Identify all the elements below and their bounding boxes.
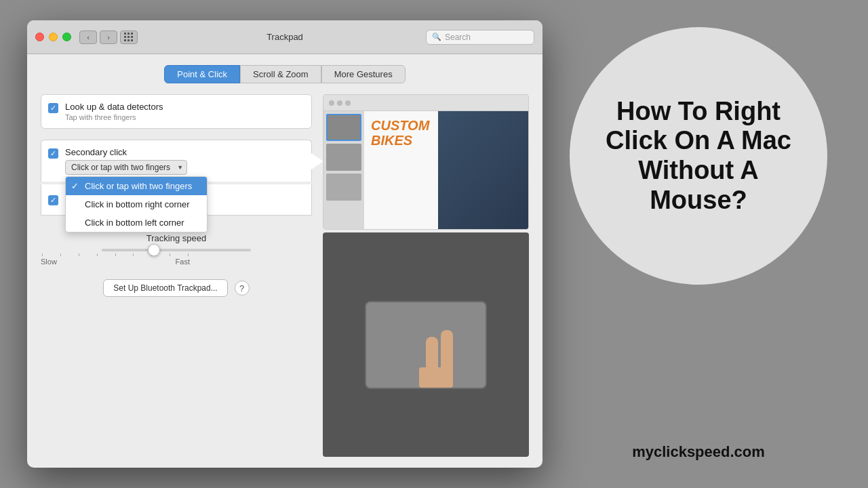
tab-more-gestures[interactable]: More Gestures <box>321 65 406 83</box>
dropdown-current-value: Click or tap with two fingers <box>71 163 170 172</box>
checkmark-icon-2: ✓ <box>50 150 56 157</box>
checkmark-icon: ✓ <box>50 104 56 112</box>
bottom-bar: Set Up Bluetooth Trackpad... ? <box>41 272 312 297</box>
browser-dot-1 <box>329 100 334 106</box>
tick <box>170 253 170 256</box>
back-button[interactable]: ‹ <box>79 30 97 44</box>
website-preview-window: CUSTOMBIKES <box>323 94 529 230</box>
fast-label: Fast <box>176 258 190 266</box>
sidebar-thumb-2 <box>326 144 361 171</box>
website-main: CUSTOMBIKES <box>364 111 528 229</box>
chevron-down-icon: ▼ <box>177 164 183 171</box>
sidebar-thumb-3 <box>326 174 361 201</box>
dropdown-container: Click or tap with two fingers ▼ Click or… <box>65 157 187 175</box>
tick <box>79 253 79 256</box>
help-button[interactable]: ? <box>235 281 250 296</box>
brand-text: CUSTOMBIKES <box>371 118 429 148</box>
search-placeholder: Search <box>445 33 471 42</box>
bluetooth-button[interactable]: Set Up Bluetooth Trackpad... <box>103 279 227 297</box>
palm <box>419 367 453 388</box>
speed-slider-track[interactable] <box>102 249 251 251</box>
tick <box>115 253 116 256</box>
tap-checkbox[interactable]: ✓ <box>48 195 58 205</box>
grid-icon <box>124 33 134 42</box>
nav-buttons: ‹ › <box>79 30 117 44</box>
browser-bar <box>323 95 528 111</box>
close-button[interactable] <box>35 33 44 41</box>
tab-point-click[interactable]: Point & Click <box>164 65 240 83</box>
mac-window: ‹ › Trackpad 🔍 Search Point & Click <box>27 20 542 468</box>
tick <box>133 253 134 256</box>
window-title: Trackpad <box>267 32 303 42</box>
maximize-button[interactable] <box>62 33 71 41</box>
search-bar[interactable]: 🔍 Search <box>426 30 534 45</box>
secondary-click-label: Secondary click <box>65 147 187 157</box>
preview-area: CUSTOMBIKES <box>323 94 529 457</box>
circle-container: How To Right Click On A Mac Without A Mo… <box>570 27 827 285</box>
article-domain: myclickspeed.com <box>632 443 765 461</box>
browser-dot-3 <box>345 100 351 106</box>
lookup-label: Look up & data detectors <box>65 102 163 112</box>
tick <box>97 253 98 256</box>
slider-labels: Slow Fast <box>41 258 190 266</box>
tracking-speed-section: Tracking speed <box>41 226 312 272</box>
dropdown-item-bottom-right[interactable]: Click in bottom right corner <box>66 195 207 214</box>
lookup-sublabel: Tap with three fingers <box>65 113 163 121</box>
tick <box>188 253 189 256</box>
website-preview: CUSTOMBIKES <box>323 95 528 229</box>
checkmark-icon-3: ✓ <box>50 197 56 204</box>
tick <box>42 253 43 256</box>
secondary-click-dropdown[interactable]: Click or tap with two fingers ▼ <box>65 160 187 175</box>
trackpad-area <box>323 232 529 457</box>
minimize-button[interactable] <box>49 33 58 41</box>
settings-left: ✓ Look up & data detectors Tap with thre… <box>41 94 312 457</box>
traffic-lights <box>35 33 71 41</box>
website-bg-image <box>438 111 528 229</box>
tab-bar: Point & Click Scroll & Zoom More Gesture… <box>41 65 529 83</box>
secondary-click-section: ✓ Secondary click Click or tap with two … <box>41 140 312 182</box>
section-arrow-icon <box>311 153 323 169</box>
lookup-text: Look up & data detectors Tap with three … <box>65 102 163 121</box>
slider-container <box>41 249 312 251</box>
slider-fill <box>102 249 154 251</box>
dropdown-menu: Click or tap with two fingers Click in b… <box>65 176 208 232</box>
tab-scroll-zoom[interactable]: Scroll & Zoom <box>240 65 321 83</box>
secondary-checkbox[interactable]: ✓ <box>48 148 58 159</box>
forward-button[interactable]: › <box>100 30 117 44</box>
lookup-checkbox[interactable]: ✓ <box>48 103 58 113</box>
tracking-speed-label: Tracking speed <box>41 233 312 243</box>
lookup-setting: ✓ Look up & data detectors Tap with thre… <box>41 94 312 129</box>
article-panel: How To Right Click On A Mac Without A Mo… <box>556 27 841 461</box>
settings-area: ✓ Look up & data detectors Tap with thre… <box>41 94 529 457</box>
website-content: CUSTOMBIKES <box>323 111 528 229</box>
main-container: ‹ › Trackpad 🔍 Search Point & Click <box>14 14 854 474</box>
secondary-text: Secondary click Click or tap with two fi… <box>65 147 187 175</box>
dropdown-item-two-fingers[interactable]: Click or tap with two fingers <box>66 177 207 195</box>
sidebar-thumb-1 <box>326 114 361 141</box>
article-title: How To Right Click On A Mac Without A Mo… <box>597 97 800 216</box>
search-icon: 🔍 <box>432 33 441 41</box>
browser-dot-2 <box>337 100 342 106</box>
slider-thumb[interactable] <box>148 244 160 256</box>
title-bar: ‹ › Trackpad 🔍 Search <box>27 20 542 54</box>
slider-ticks <box>41 253 190 256</box>
website-sidebar <box>323 111 364 229</box>
trackpad-device <box>365 301 487 389</box>
dropdown-item-bottom-left[interactable]: Click in bottom left corner <box>66 214 207 232</box>
window-content: Point & Click Scroll & Zoom More Gesture… <box>27 54 542 468</box>
slow-label: Slow <box>41 258 57 266</box>
grid-button[interactable] <box>120 30 138 44</box>
tick <box>60 253 61 256</box>
